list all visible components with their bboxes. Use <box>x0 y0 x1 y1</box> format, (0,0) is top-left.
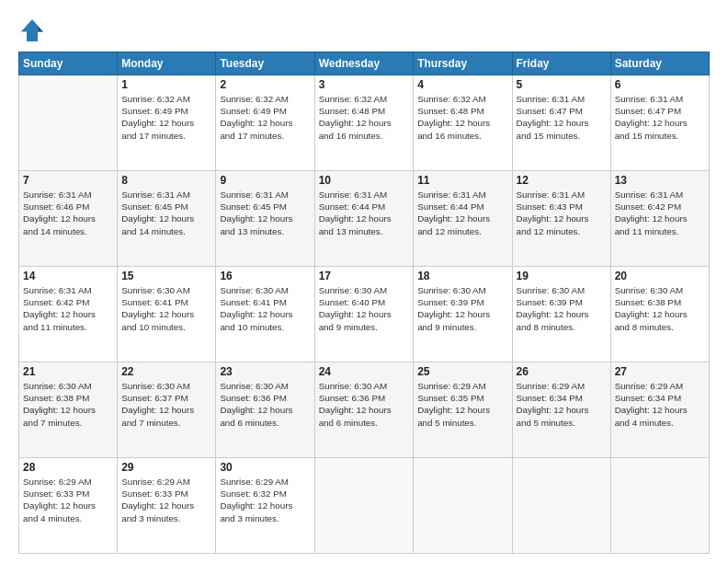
day-number: 21 <box>23 365 113 378</box>
calendar-cell: 15Sunrise: 6:30 AMSunset: 6:41 PMDayligh… <box>118 267 216 362</box>
day-number: 7 <box>23 174 113 187</box>
day-info: Sunrise: 6:29 AMSunset: 6:34 PMDaylight:… <box>615 380 705 429</box>
calendar-cell: 13Sunrise: 6:31 AMSunset: 6:42 PMDayligh… <box>610 171 709 267</box>
calendar-header-row: SundayMondayTuesdayWednesdayThursdayFrid… <box>19 52 710 75</box>
day-number: 2 <box>220 78 310 91</box>
calendar-cell: 28Sunrise: 6:29 AMSunset: 6:33 PMDayligh… <box>19 458 118 554</box>
day-number: 1 <box>121 78 211 91</box>
day-info: Sunrise: 6:31 AMSunset: 6:45 PMDaylight:… <box>220 189 310 237</box>
calendar-header-monday: Monday <box>118 52 216 75</box>
logo <box>18 17 50 44</box>
calendar-cell: 22Sunrise: 6:30 AMSunset: 6:37 PMDayligh… <box>118 362 216 458</box>
calendar-table: SundayMondayTuesdayWednesdayThursdayFrid… <box>18 52 710 554</box>
day-info: Sunrise: 6:30 AMSunset: 6:38 PMDaylight:… <box>615 284 705 333</box>
day-number: 30 <box>220 461 310 474</box>
day-info: Sunrise: 6:31 AMSunset: 6:43 PMDaylight:… <box>517 189 607 237</box>
logo-icon <box>18 17 46 44</box>
day-info: Sunrise: 6:31 AMSunset: 6:47 PMDaylight:… <box>517 93 607 142</box>
day-number: 16 <box>220 270 310 282</box>
calendar-header-sunday: Sunday <box>19 52 118 75</box>
day-info: Sunrise: 6:30 AMSunset: 6:37 PMDaylight:… <box>121 380 211 429</box>
day-info: Sunrise: 6:31 AMSunset: 6:45 PMDaylight:… <box>121 189 211 237</box>
day-info: Sunrise: 6:29 AMSunset: 6:32 PMDaylight:… <box>220 476 310 524</box>
day-number: 18 <box>417 270 507 282</box>
day-info: Sunrise: 6:30 AMSunset: 6:36 PMDaylight:… <box>319 380 410 429</box>
calendar-cell: 8Sunrise: 6:31 AMSunset: 6:45 PMDaylight… <box>118 171 216 267</box>
day-number: 9 <box>220 174 310 187</box>
calendar-week-row: 7Sunrise: 6:31 AMSunset: 6:46 PMDaylight… <box>19 171 710 267</box>
top-section <box>18 17 710 44</box>
calendar-week-row: 14Sunrise: 6:31 AMSunset: 6:42 PMDayligh… <box>19 267 710 362</box>
day-info: Sunrise: 6:31 AMSunset: 6:47 PMDaylight:… <box>615 93 705 142</box>
calendar-cell: 7Sunrise: 6:31 AMSunset: 6:46 PMDaylight… <box>19 171 118 267</box>
day-info: Sunrise: 6:30 AMSunset: 6:40 PMDaylight:… <box>319 284 410 333</box>
day-number: 3 <box>319 78 410 91</box>
day-number: 28 <box>23 461 113 474</box>
day-number: 19 <box>517 270 607 282</box>
calendar-cell: 20Sunrise: 6:30 AMSunset: 6:38 PMDayligh… <box>610 267 709 362</box>
day-number: 17 <box>319 270 410 282</box>
calendar-cell: 24Sunrise: 6:30 AMSunset: 6:36 PMDayligh… <box>314 362 414 458</box>
day-number: 22 <box>121 365 211 378</box>
calendar-cell <box>512 458 610 554</box>
day-number: 11 <box>417 174 507 187</box>
day-info: Sunrise: 6:30 AMSunset: 6:41 PMDaylight:… <box>121 284 211 333</box>
day-info: Sunrise: 6:30 AMSunset: 6:39 PMDaylight:… <box>417 284 507 333</box>
calendar-cell: 10Sunrise: 6:31 AMSunset: 6:44 PMDayligh… <box>314 171 414 267</box>
day-info: Sunrise: 6:29 AMSunset: 6:35 PMDaylight:… <box>417 380 507 429</box>
day-info: Sunrise: 6:31 AMSunset: 6:46 PMDaylight:… <box>23 189 113 237</box>
day-number: 4 <box>417 78 507 91</box>
calendar-cell: 27Sunrise: 6:29 AMSunset: 6:34 PMDayligh… <box>610 362 709 458</box>
calendar-cell <box>314 458 414 554</box>
day-info: Sunrise: 6:29 AMSunset: 6:34 PMDaylight:… <box>517 380 607 429</box>
calendar-header-saturday: Saturday <box>610 52 709 75</box>
calendar-cell: 26Sunrise: 6:29 AMSunset: 6:34 PMDayligh… <box>512 362 610 458</box>
calendar-week-row: 28Sunrise: 6:29 AMSunset: 6:33 PMDayligh… <box>19 458 710 554</box>
calendar-cell: 18Sunrise: 6:30 AMSunset: 6:39 PMDayligh… <box>414 267 512 362</box>
calendar-header-friday: Friday <box>512 52 610 75</box>
calendar-cell <box>19 75 118 171</box>
calendar-cell: 17Sunrise: 6:30 AMSunset: 6:40 PMDayligh… <box>314 267 414 362</box>
day-info: Sunrise: 6:30 AMSunset: 6:39 PMDaylight:… <box>517 284 607 333</box>
calendar-cell: 16Sunrise: 6:30 AMSunset: 6:41 PMDayligh… <box>216 267 314 362</box>
calendar-cell: 9Sunrise: 6:31 AMSunset: 6:45 PMDaylight… <box>216 171 314 267</box>
day-number: 27 <box>615 365 705 378</box>
calendar-cell: 11Sunrise: 6:31 AMSunset: 6:44 PMDayligh… <box>414 171 512 267</box>
day-number: 6 <box>615 78 705 91</box>
calendar-header-thursday: Thursday <box>414 52 512 75</box>
day-info: Sunrise: 6:32 AMSunset: 6:48 PMDaylight:… <box>417 93 507 142</box>
day-number: 15 <box>121 270 211 282</box>
calendar-cell: 25Sunrise: 6:29 AMSunset: 6:35 PMDayligh… <box>414 362 512 458</box>
calendar-cell: 21Sunrise: 6:30 AMSunset: 6:38 PMDayligh… <box>19 362 118 458</box>
calendar-cell: 6Sunrise: 6:31 AMSunset: 6:47 PMDaylight… <box>610 75 709 171</box>
day-info: Sunrise: 6:29 AMSunset: 6:33 PMDaylight:… <box>121 476 211 524</box>
calendar-cell <box>414 458 512 554</box>
calendar-cell: 29Sunrise: 6:29 AMSunset: 6:33 PMDayligh… <box>118 458 216 554</box>
day-number: 8 <box>121 174 211 187</box>
day-info: Sunrise: 6:32 AMSunset: 6:49 PMDaylight:… <box>121 93 211 142</box>
page: SundayMondayTuesdayWednesdayThursdayFrid… <box>0 0 728 563</box>
calendar-cell: 12Sunrise: 6:31 AMSunset: 6:43 PMDayligh… <box>512 171 610 267</box>
calendar-cell: 4Sunrise: 6:32 AMSunset: 6:48 PMDaylight… <box>414 75 512 171</box>
calendar-cell: 1Sunrise: 6:32 AMSunset: 6:49 PMDaylight… <box>118 75 216 171</box>
day-info: Sunrise: 6:31 AMSunset: 6:42 PMDaylight:… <box>615 189 705 237</box>
calendar-week-row: 21Sunrise: 6:30 AMSunset: 6:38 PMDayligh… <box>19 362 710 458</box>
calendar-cell: 2Sunrise: 6:32 AMSunset: 6:49 PMDaylight… <box>216 75 314 171</box>
day-number: 24 <box>319 365 410 378</box>
day-info: Sunrise: 6:29 AMSunset: 6:33 PMDaylight:… <box>23 476 113 524</box>
day-number: 14 <box>23 270 113 282</box>
calendar-header-tuesday: Tuesday <box>216 52 314 75</box>
calendar-cell: 14Sunrise: 6:31 AMSunset: 6:42 PMDayligh… <box>19 267 118 362</box>
day-info: Sunrise: 6:30 AMSunset: 6:41 PMDaylight:… <box>220 284 310 333</box>
calendar-cell: 23Sunrise: 6:30 AMSunset: 6:36 PMDayligh… <box>216 362 314 458</box>
calendar-header-wednesday: Wednesday <box>314 52 414 75</box>
calendar-cell: 3Sunrise: 6:32 AMSunset: 6:48 PMDaylight… <box>314 75 414 171</box>
calendar-cell: 30Sunrise: 6:29 AMSunset: 6:32 PMDayligh… <box>216 458 314 554</box>
calendar-cell <box>610 458 709 554</box>
day-number: 13 <box>615 174 705 187</box>
day-number: 20 <box>615 270 705 282</box>
day-info: Sunrise: 6:30 AMSunset: 6:38 PMDaylight:… <box>23 380 113 429</box>
day-number: 23 <box>220 365 310 378</box>
day-number: 10 <box>319 174 410 187</box>
day-info: Sunrise: 6:32 AMSunset: 6:48 PMDaylight:… <box>319 93 410 142</box>
